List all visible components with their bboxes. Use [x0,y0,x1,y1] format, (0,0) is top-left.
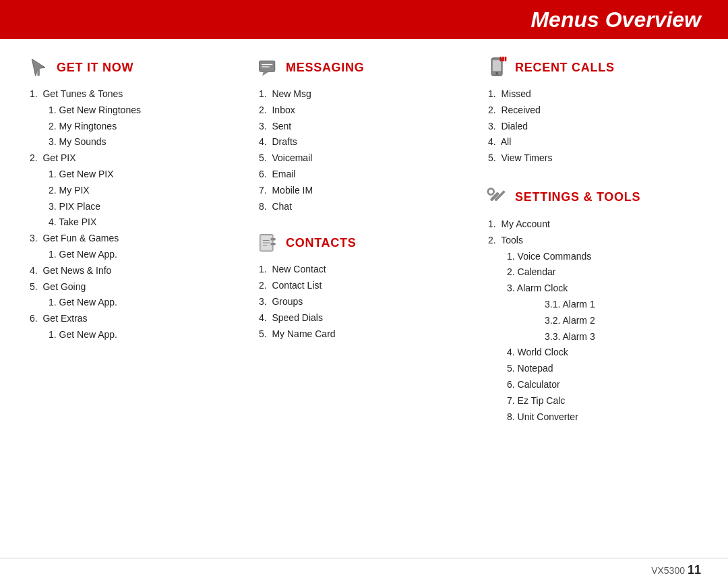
list-item: 1. My Account [488,216,701,233]
list-item: 2. Tools 1. Voice Commands 2. Calendar 3… [488,233,701,426]
messaging-list: 1. New Msg 2. Inbox 3. Sent 4. Drafts 5.… [256,86,472,214]
footer-model: VX5300 [651,565,685,576]
list-item: 1. Voice Commands [507,249,701,265]
list-item: 2. My PIX [49,183,243,199]
page-footer: VX5300 11 [0,558,728,582]
list-item: 1. New Contact [259,262,472,278]
sub-list: 1. Get New App. [30,327,243,343]
list-item: 7. Ez Tip Calc [507,393,701,409]
list-item: 2. Received [488,103,701,119]
svg-rect-14 [493,60,501,71]
list-item: 3. Groups [259,294,472,310]
list-item: 5. My Name Card [259,326,472,343]
list-item: 1. New Msg [259,86,472,103]
svg-point-20 [488,189,494,195]
list-item: 1. Get New Ringtones [49,103,243,119]
svg-point-15 [495,72,498,75]
list-item: 2. Calendar [507,264,701,281]
svg-rect-2 [260,61,275,71]
tools-icon [485,185,510,210]
svg-rect-18 [505,57,507,61]
list-item: 3. Sent [259,119,472,135]
list-item: 3. My Sounds [49,134,243,150]
svg-rect-17 [502,57,504,61]
sub-list: 1. Voice Commands 2. Calendar 3. Alarm C… [488,249,701,426]
list-item: 1. Missed [488,86,701,103]
message-icon [256,55,280,80]
list-item: 4. All [488,134,701,150]
messaging-title: MESSAGING [286,61,365,75]
recent-calls-list: 1. Missed 2. Received 3. Dialed 4. All 5… [485,86,701,167]
get-it-now-list: 1. Get Tunes & Tones 1. Get New Ringtone… [27,86,243,343]
phone-icon [485,55,510,80]
arrow-icon [27,55,51,80]
list-item: 2. Get PIX 1. Get New PIX 2. My PIX 3. P… [30,150,243,231]
list-item: 6. Calculator [507,377,701,393]
sub-list: 1. Get New Ringtones 2. My Ringtones 3. … [30,103,243,150]
contact-icon [256,231,280,255]
list-item: 3.2. Alarm 2 [545,313,701,329]
svg-rect-8 [271,238,276,241]
page-title: Menus Overview [530,7,701,32]
list-item: 1. Get New PIX [49,167,243,183]
list-item: 5. Voicemail [259,150,472,167]
list-item: 4. Take PIX [49,214,243,231]
footer-page: 11 [688,563,701,577]
list-item: 3.3. Alarm 3 [545,329,701,345]
svg-marker-3 [262,71,268,76]
list-item: 3. Dialed [488,119,701,135]
sub-list: 1. Get New App. [30,247,243,263]
svg-rect-1 [37,68,40,76]
list-item: 1. Get New App. [49,295,243,311]
list-item: 2. My Ringtones [49,119,243,135]
contacts-list: 1. New Contact 2. Contact List 3. Groups… [256,262,472,342]
col-get-it-now: GET IT NOW 1. Get Tunes & Tones 1. Get N… [27,55,249,544]
list-item: 5. View Timers [488,150,701,167]
list-item: 6. Get Extras 1. Get New App. [30,311,243,343]
list-item: 5. Notepad [507,361,701,377]
list-item: 1. Get Tunes & Tones 1. Get New Ringtone… [30,86,243,150]
list-item: 7. Mobile IM [259,183,472,199]
list-item: 3.1. Alarm 1 [545,297,701,313]
list-item: 4. World Clock [507,345,701,361]
svg-rect-16 [500,57,502,61]
list-item: 5. Get Going 1. Get New App. [30,279,243,312]
list-item: 2. Inbox [259,103,472,119]
sub-sub-list: 3.1. Alarm 1 3.2. Alarm 2 3.3. Alarm 3 [507,297,701,345]
list-item: 1. Get New App. [49,247,243,263]
recent-calls-title: RECENT CALLS [515,61,615,75]
list-item: 2. Contact List [259,278,472,294]
sub-list: 1. Get New App. [30,295,243,311]
recent-calls-heading: RECENT CALLS [485,55,701,80]
list-item: 1. Get New App. [49,327,243,343]
messaging-heading: MESSAGING [256,55,472,80]
svg-rect-9 [271,243,276,245]
list-item: 8. Chat [259,199,472,215]
list-item: 4. Drafts [259,134,472,150]
contacts-heading: CONTACTS [256,231,472,255]
get-it-now-title: GET IT NOW [57,61,133,75]
list-item: 3. Alarm Clock 3.1. Alarm 1 3.2. Alarm 2… [507,281,701,345]
sub-list: 1. Get New PIX 2. My PIX 3. PIX Place 4.… [30,167,243,231]
list-item: 3. Get Fun & Games 1. Get New App. [30,231,243,263]
main-content: GET IT NOW 1. Get Tunes & Tones 1. Get N… [0,39,728,558]
get-it-now-heading: GET IT NOW [27,55,243,80]
settings-tools-heading: SETTINGS & TOOLS [485,185,701,210]
page-header: Menus Overview [0,0,728,39]
settings-tools-title: SETTINGS & TOOLS [515,190,640,204]
list-item: 3. PIX Place [49,199,243,215]
list-item: 4. Get News & Info [30,263,243,279]
list-item: 4. Speed Dials [259,310,472,326]
list-item: 6. Email [259,167,472,183]
settings-tools-list: 1. My Account 2. Tools 1. Voice Commands… [485,216,701,425]
contacts-title: CONTACTS [286,236,356,250]
col-recent-settings: RECENT CALLS 1. Missed 2. Received 3. Di… [479,55,701,544]
list-item: 8. Unit Converter [507,409,701,426]
col-messaging-contacts: MESSAGING 1. New Msg 2. Inbox 3. Sent 4.… [249,55,479,544]
